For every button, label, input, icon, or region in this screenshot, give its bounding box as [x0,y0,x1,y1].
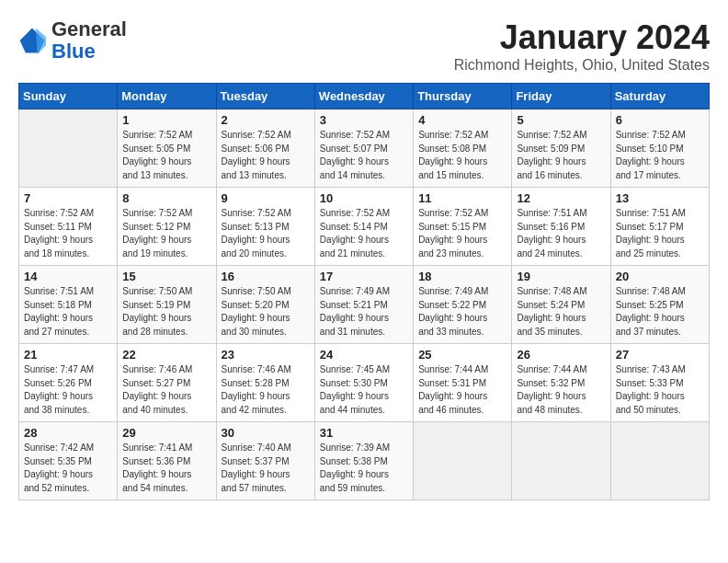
day-number: 11 [418,191,506,205]
cell-info: Sunrise: 7:50 AMSunset: 5:19 PMDaylight:… [122,285,210,339]
calendar-week-row: 7Sunrise: 7:52 AMSunset: 5:11 PMDaylight… [19,188,710,266]
logo-text: General Blue [51,18,127,63]
cell-info: Sunrise: 7:46 AMSunset: 5:28 PMDaylight:… [222,363,310,417]
cell-info: Sunrise: 7:51 AMSunset: 5:16 PMDaylight:… [517,207,605,260]
cell-info: Sunrise: 7:52 AMSunset: 5:07 PMDaylight:… [320,129,408,182]
cell-info: Sunrise: 7:52 AMSunset: 5:15 PMDaylight:… [418,207,506,260]
cell-info: Sunrise: 7:42 AMSunset: 5:35 PMDaylight:… [24,442,112,495]
logo-icon [18,27,46,54]
day-number: 23 [222,348,310,362]
day-number: 26 [517,348,605,362]
cell-info: Sunrise: 7:48 AMSunset: 5:25 PMDaylight:… [616,285,704,339]
cell-info: Sunrise: 7:52 AMSunset: 5:11 PMDaylight:… [24,207,112,260]
cell-info: Sunrise: 7:52 AMSunset: 5:14 PMDaylight:… [320,207,408,260]
day-number: 1 [122,113,210,127]
title-area: January 2024 Richmond Heights, Ohio, Uni… [454,18,710,74]
calendar-cell: 31Sunrise: 7:39 AMSunset: 5:38 PMDayligh… [314,422,413,500]
day-number: 18 [418,270,506,283]
day-number: 6 [616,113,704,127]
calendar-cell: 21Sunrise: 7:47 AMSunset: 5:26 PMDayligh… [19,344,118,422]
cell-info: Sunrise: 7:52 AMSunset: 5:09 PMDaylight:… [517,129,605,182]
calendar-cell: 23Sunrise: 7:46 AMSunset: 5:28 PMDayligh… [216,344,314,422]
cell-info: Sunrise: 7:48 AMSunset: 5:24 PMDaylight:… [517,285,605,339]
day-number: 29 [122,426,210,440]
day-number: 25 [418,348,506,362]
day-number: 24 [320,348,408,362]
calendar-cell: 11Sunrise: 7:52 AMSunset: 5:15 PMDayligh… [414,188,512,266]
location-title: Richmond Heights, Ohio, United States [454,57,710,74]
cell-info: Sunrise: 7:46 AMSunset: 5:27 PMDaylight:… [122,363,210,417]
logo: General Blue [18,18,127,63]
calendar-week-row: 21Sunrise: 7:47 AMSunset: 5:26 PMDayligh… [19,344,710,422]
calendar-cell: 2Sunrise: 7:52 AMSunset: 5:06 PMDaylight… [216,109,314,188]
calendar-cell: 14Sunrise: 7:51 AMSunset: 5:18 PMDayligh… [19,266,118,344]
cell-info: Sunrise: 7:47 AMSunset: 5:26 PMDaylight:… [24,363,112,417]
day-number: 15 [122,270,210,283]
calendar-week-row: 1Sunrise: 7:52 AMSunset: 5:05 PMDaylight… [19,109,710,188]
day-number: 14 [24,270,112,283]
calendar-cell: 19Sunrise: 7:48 AMSunset: 5:24 PMDayligh… [512,266,610,344]
cell-info: Sunrise: 7:52 AMSunset: 5:08 PMDaylight:… [418,129,506,182]
weekday-header-cell: Monday [118,84,216,109]
calendar-cell: 6Sunrise: 7:52 AMSunset: 5:10 PMDaylight… [610,109,709,188]
calendar-cell: 29Sunrise: 7:41 AMSunset: 5:36 PMDayligh… [118,422,216,500]
cell-info: Sunrise: 7:49 AMSunset: 5:21 PMDaylight:… [320,285,408,339]
calendar-cell: 30Sunrise: 7:40 AMSunset: 5:37 PMDayligh… [216,422,314,500]
day-number: 12 [517,191,605,205]
calendar-cell: 1Sunrise: 7:52 AMSunset: 5:05 PMDaylight… [118,109,216,188]
cell-info: Sunrise: 7:51 AMSunset: 5:17 PMDaylight:… [616,207,704,260]
day-number: 13 [616,191,704,205]
day-number: 19 [517,270,605,283]
calendar-cell: 20Sunrise: 7:48 AMSunset: 5:25 PMDayligh… [610,266,709,344]
calendar-cell [512,422,610,500]
weekday-header-cell: Wednesday [314,84,413,109]
day-number: 30 [222,426,310,440]
cell-info: Sunrise: 7:52 AMSunset: 5:12 PMDaylight:… [122,207,210,260]
weekday-header-cell: Saturday [610,84,709,109]
cell-info: Sunrise: 7:51 AMSunset: 5:18 PMDaylight:… [24,285,112,339]
day-number: 2 [222,113,310,127]
day-number: 17 [320,270,408,283]
calendar-cell: 18Sunrise: 7:49 AMSunset: 5:22 PMDayligh… [414,266,512,344]
calendar-cell [610,422,709,500]
cell-info: Sunrise: 7:52 AMSunset: 5:06 PMDaylight:… [222,129,310,182]
weekday-header-row: SundayMondayTuesdayWednesdayThursdayFrid… [19,84,710,109]
calendar-cell: 4Sunrise: 7:52 AMSunset: 5:08 PMDaylight… [414,109,512,188]
day-number: 3 [320,113,408,127]
calendar-cell: 25Sunrise: 7:44 AMSunset: 5:31 PMDayligh… [414,344,512,422]
day-number: 31 [320,426,408,440]
cell-info: Sunrise: 7:43 AMSunset: 5:33 PMDaylight:… [616,363,704,417]
calendar-cell: 7Sunrise: 7:52 AMSunset: 5:11 PMDaylight… [19,188,118,266]
calendar-cell: 26Sunrise: 7:44 AMSunset: 5:32 PMDayligh… [512,344,610,422]
day-number: 10 [320,191,408,205]
day-number: 20 [616,270,704,283]
calendar-cell: 8Sunrise: 7:52 AMSunset: 5:12 PMDaylight… [118,188,216,266]
day-number: 5 [517,113,605,127]
calendar-week-row: 14Sunrise: 7:51 AMSunset: 5:18 PMDayligh… [19,266,710,344]
calendar-cell [414,422,512,500]
cell-info: Sunrise: 7:40 AMSunset: 5:37 PMDaylight:… [222,442,310,495]
day-number: 21 [24,348,112,362]
calendar-body: 1Sunrise: 7:52 AMSunset: 5:05 PMDaylight… [19,109,710,500]
cell-info: Sunrise: 7:44 AMSunset: 5:32 PMDaylight:… [517,363,605,417]
calendar-cell [19,109,118,188]
weekday-header-cell: Sunday [19,84,118,109]
weekday-header-cell: Tuesday [216,84,314,109]
cell-info: Sunrise: 7:52 AMSunset: 5:10 PMDaylight:… [616,129,704,182]
calendar-cell: 17Sunrise: 7:49 AMSunset: 5:21 PMDayligh… [314,266,413,344]
cell-info: Sunrise: 7:39 AMSunset: 5:38 PMDaylight:… [320,442,408,495]
calendar-table: SundayMondayTuesdayWednesdayThursdayFrid… [18,83,710,500]
day-number: 9 [222,191,310,205]
month-title: January 2024 [454,18,710,57]
cell-info: Sunrise: 7:44 AMSunset: 5:31 PMDaylight:… [418,363,506,417]
day-number: 22 [122,348,210,362]
cell-info: Sunrise: 7:50 AMSunset: 5:20 PMDaylight:… [222,285,310,339]
calendar-cell: 9Sunrise: 7:52 AMSunset: 5:13 PMDaylight… [216,188,314,266]
day-number: 8 [122,191,210,205]
calendar-week-row: 28Sunrise: 7:42 AMSunset: 5:35 PMDayligh… [19,422,710,500]
calendar-cell: 27Sunrise: 7:43 AMSunset: 5:33 PMDayligh… [610,344,709,422]
weekday-header-cell: Thursday [414,84,512,109]
calendar-cell: 12Sunrise: 7:51 AMSunset: 5:16 PMDayligh… [512,188,610,266]
cell-info: Sunrise: 7:45 AMSunset: 5:30 PMDaylight:… [320,363,408,417]
calendar-cell: 3Sunrise: 7:52 AMSunset: 5:07 PMDaylight… [314,109,413,188]
